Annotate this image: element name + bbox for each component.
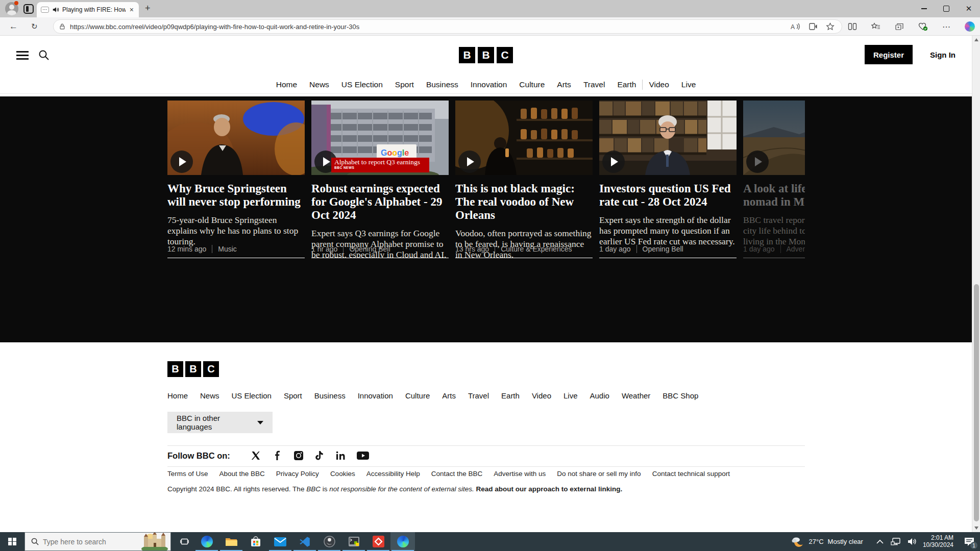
legal-link[interactable]: Contact technical support [652, 470, 730, 478]
video-category[interactable]: Adventu [780, 245, 805, 253]
nav-item[interactable]: Earth [611, 80, 642, 90]
video-card[interactable]: This is not black magic: The real voodoo… [455, 101, 593, 258]
video-thumbnail-fed[interactable] [599, 101, 737, 175]
video-title[interactable]: Why Bruce Springsteen will never stop pe… [167, 182, 305, 209]
nav-item[interactable]: Culture [513, 80, 551, 90]
footer-nav-item[interactable]: Business [314, 391, 346, 400]
x-twitter-icon[interactable] [251, 450, 261, 461]
taskbar-mail-icon[interactable] [268, 532, 292, 551]
video-card[interactable]: Why Bruce Springsteen will never stop pe… [167, 101, 305, 258]
video-card[interactable]: A look at life a nomad in Mon BBC travel… [743, 101, 805, 258]
languages-dropdown[interactable]: BBC in other languages [167, 412, 273, 433]
video-thumbnail-google[interactable]: Google Alphabet to report Q3 earnings BB… [311, 101, 449, 175]
video-card[interactable]: Investors question US Fed rate cut - 28 … [599, 101, 737, 258]
play-icon[interactable] [746, 151, 769, 173]
new-tab-button[interactable]: + [145, 3, 151, 14]
footer-nav-item[interactable]: Live [564, 391, 578, 400]
taskbar-file-explorer-icon[interactable] [219, 532, 243, 551]
back-button[interactable]: ← [9, 21, 18, 32]
taskbar-store-icon[interactable] [243, 532, 268, 551]
bbc-logo[interactable]: B B C [459, 47, 513, 63]
scrollbar-thumb[interactable] [974, 284, 979, 521]
copilot-icon[interactable] [965, 21, 975, 32]
favorites-list-icon[interactable] [871, 22, 880, 31]
external-linking-link[interactable]: Read about our approach to external link… [474, 485, 622, 493]
workspaces-icon[interactable] [23, 4, 34, 14]
window-minimize-button[interactable] [913, 0, 935, 17]
video-card[interactable]: Google Alphabet to report Q3 earnings BB… [311, 101, 449, 258]
nav-item[interactable]: Arts [551, 80, 577, 90]
nav-item[interactable]: Business [420, 80, 464, 90]
legal-link[interactable]: Do not share or sell my info [557, 470, 641, 478]
tab-close-icon[interactable]: × [129, 6, 135, 14]
register-button[interactable]: Register [865, 45, 913, 64]
read-aloud-icon[interactable]: A [791, 22, 800, 31]
nav-item[interactable]: Live [675, 80, 702, 90]
video-thumbnail-voodoo[interactable] [455, 101, 593, 175]
url-text[interactable]: https://www.bbc.com/reel/video/p09qwdp6/… [70, 23, 791, 31]
nav-item[interactable]: News [303, 80, 335, 90]
footer-nav-item[interactable]: Home [167, 391, 188, 400]
video-thumbnail-springsteen[interactable] [167, 101, 305, 175]
task-view-button[interactable] [174, 532, 195, 551]
legal-link[interactable]: Accessibility Help [366, 470, 420, 478]
video-category[interactable]: Opening Bell [343, 245, 390, 253]
video-title[interactable]: Investors question US Fed rate cut - 28 … [599, 182, 737, 209]
scroll-down-arrow[interactable] [972, 524, 980, 532]
nav-item[interactable]: Travel [577, 80, 611, 90]
taskbar-edge-icon[interactable] [194, 532, 219, 551]
footer-nav-item[interactable]: Sport [284, 391, 302, 400]
nav-item[interactable]: Sport [389, 80, 420, 90]
footer-nav-item[interactable]: News [200, 391, 219, 400]
video-thumbnail-desert[interactable] [743, 101, 805, 175]
footer-nav-item[interactable]: Earth [501, 391, 520, 400]
weather-widget[interactable]: 27°C Mostly clear [792, 536, 863, 548]
video-category[interactable]: Opening Bell [636, 245, 683, 253]
taskbar-red-diamond-app-icon[interactable] [366, 532, 390, 551]
taskbar-clock[interactable]: 2:01 AM 10/30/2024 [923, 535, 953, 548]
footer-nav-item[interactable]: Innovation [358, 391, 393, 400]
menu-hamburger-icon[interactable] [16, 51, 29, 60]
settings-more-icon[interactable]: ⋯ [942, 22, 950, 32]
tab-audio-icon[interactable] [52, 6, 59, 13]
footer-nav-item[interactable]: Culture [405, 391, 430, 400]
footer-nav-item[interactable]: Travel [468, 391, 489, 400]
address-bar[interactable]: https://www.bbc.com/reel/video/p09qwdp6/… [53, 19, 842, 34]
nav-item[interactable]: Innovation [464, 80, 513, 90]
scroll-up-arrow[interactable] [972, 36, 980, 44]
nav-item[interactable]: Video [642, 80, 675, 90]
legal-link[interactable]: Terms of Use [167, 470, 208, 478]
taskbar-obs-icon[interactable] [317, 532, 341, 551]
refresh-button[interactable]: ↻ [31, 22, 38, 31]
split-screen-icon[interactable] [848, 22, 857, 31]
video-title[interactable]: Robust earnings expected for Google's Al… [311, 182, 449, 222]
legal-link[interactable]: About the BBC [219, 470, 265, 478]
video-title[interactable]: A look at life a nomad in Mon [743, 182, 805, 209]
play-icon[interactable] [170, 151, 193, 173]
footer-nav-item[interactable]: US Election [232, 391, 272, 400]
window-maximize-button[interactable] [935, 0, 958, 17]
legal-link[interactable]: Advertise with us [494, 470, 546, 478]
nav-item[interactable]: Home [270, 80, 303, 90]
favorite-star-icon[interactable] [826, 22, 835, 31]
taskbar-vscode-icon[interactable] [292, 532, 317, 551]
volume-icon[interactable] [908, 538, 917, 545]
video-category[interactable]: Music [212, 245, 237, 253]
tab-options-icon[interactable]: ⋯ [41, 7, 49, 13]
start-button[interactable] [0, 532, 24, 551]
footer-nav-item[interactable]: Video [532, 391, 551, 400]
taskbar-search[interactable] [24, 532, 171, 551]
youtube-icon[interactable] [357, 451, 369, 460]
instagram-icon[interactable] [293, 450, 304, 461]
legal-link[interactable]: Contact the BBC [431, 470, 483, 478]
legal-link[interactable]: Cookies [330, 470, 355, 478]
facebook-icon[interactable] [272, 450, 282, 461]
sign-in-button[interactable]: Sign In [930, 51, 955, 59]
linkedin-icon[interactable] [335, 450, 346, 461]
video-title[interactable]: This is not black magic: The real voodoo… [455, 182, 593, 222]
hidden-icons-chevron[interactable] [876, 539, 884, 544]
immersive-reader-icon[interactable] [808, 22, 818, 31]
taskbar-gray-puzzle-app-icon[interactable] [341, 532, 366, 551]
play-icon[interactable] [458, 151, 481, 173]
footer-nav-item[interactable]: BBC Shop [663, 391, 698, 400]
